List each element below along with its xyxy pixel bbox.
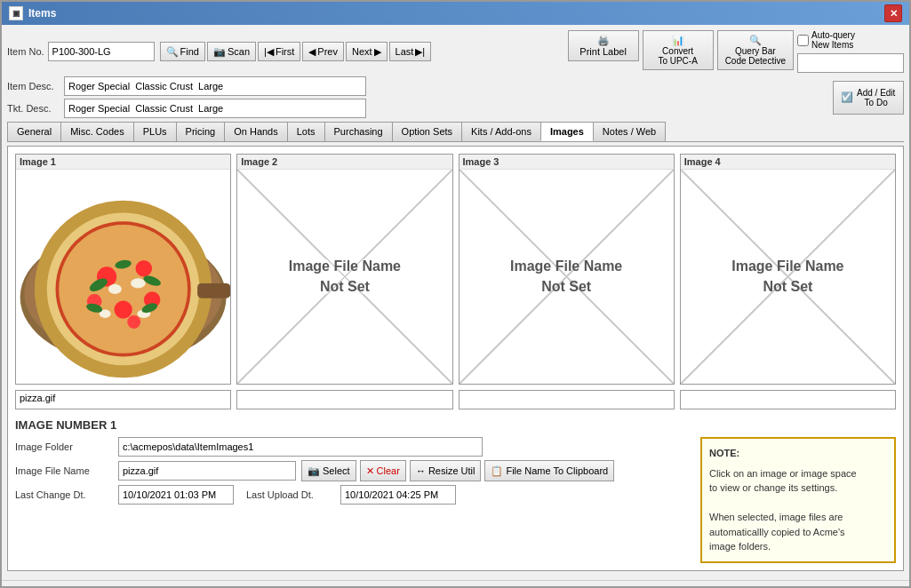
todo-icon: ☑️ <box>841 91 853 103</box>
print-label-button[interactable]: 🖨️ Print Label <box>568 30 639 61</box>
tab-kits-addons[interactable]: Kits / Add-ons <box>461 122 541 141</box>
prev-button[interactable]: ◀ Prev <box>302 42 344 61</box>
image-2-header: Image 2 <box>237 155 452 170</box>
image-4-header: Image 4 <box>681 155 895 170</box>
find-button[interactable]: 🔍 Find <box>160 42 205 61</box>
svg-point-13 <box>131 278 146 288</box>
bottom-section: Image Folder Image File Name 📷 Select <box>15 437 896 563</box>
last-change-label: Last Change Dt. <box>15 489 113 500</box>
item-no-input[interactable] <box>48 42 155 61</box>
desc-rows: Item Desc. Tkt. Desc. <box>7 76 822 118</box>
image-filename-row: pizza.gif <box>15 390 896 409</box>
image-1-body <box>16 170 230 384</box>
image-4-body: Image File NameNot Set <box>681 170 895 384</box>
image-slot-2[interactable]: Image 2 Image File NameNot Set <box>236 154 452 385</box>
last-upload-input[interactable] <box>340 485 456 505</box>
tab-misc-codes[interactable]: Misc. Codes <box>60 122 134 141</box>
image-3-filename <box>459 390 675 409</box>
image-grid: Image 1 <box>15 154 896 385</box>
autoquery-input[interactable] <box>797 53 904 73</box>
last-upload-label: Last Upload Dt. <box>246 489 335 500</box>
image-4-placeholder: Image File NameNot Set <box>681 170 895 384</box>
resize-icon: ↔ <box>416 465 426 476</box>
tab-on-hands[interactable]: On Hands <box>224 122 288 141</box>
tab-option-sets[interactable]: Option Sets <box>392 122 462 141</box>
image-2-filename <box>236 390 452 409</box>
tkt-desc-input[interactable] <box>64 99 366 118</box>
image-1-filename: pizza.gif <box>15 390 231 409</box>
footer-buttons: New Edit Undo Save Delete 🧭 Nav View <box>2 580 909 589</box>
first-button[interactable]: |◀ First <box>258 42 300 61</box>
window-title: Items <box>28 7 56 20</box>
note-content: Click on an image or image space to view… <box>709 466 887 554</box>
select-button[interactable]: 📷 Select <box>301 460 356 481</box>
images-tab-content: Image 1 <box>7 146 904 571</box>
autoquery-checkbox[interactable]: Auto-queryNew Items <box>797 30 904 50</box>
convert-upc-button[interactable]: 📊 ConvertTo UPC-A <box>643 30 714 70</box>
resize-button[interactable]: ↔ Resize Util <box>410 460 482 481</box>
find-icon: 🔍 <box>166 46 179 58</box>
barcode-icon: 🔍 <box>749 35 762 46</box>
tab-lots[interactable]: Lots <box>287 122 325 141</box>
title-bar: ▣ Items ✕ <box>2 2 909 25</box>
image-settings-area: Image Folder Image File Name 📷 Select <box>15 437 693 505</box>
item-no-field: Item No. <box>7 42 155 61</box>
image-2-placeholder: Image File NameNot Set <box>237 170 452 384</box>
close-button[interactable]: ✕ <box>884 4 902 22</box>
folder-input[interactable] <box>118 437 483 457</box>
svg-point-5 <box>59 225 188 354</box>
filename-input[interactable] <box>118 461 296 481</box>
filename-label: Image File Name <box>15 465 113 476</box>
camera-icon: 📷 <box>308 465 320 477</box>
scan-button[interactable]: 📷 Scan <box>207 42 256 61</box>
desc-area: Item Desc. Tkt. Desc. ☑️ Add / EditTo Do <box>7 76 904 118</box>
image-3-placeholder: Image File NameNot Set <box>459 170 674 384</box>
tab-plus[interactable]: PLUs <box>133 122 177 141</box>
query-barcode-button[interactable]: 🔍 Query BarCode Detective <box>717 30 794 70</box>
content-area: Item No. 🔍 Find 📷 Scan |◀ First ◀ <box>2 25 909 576</box>
image-buttons: 📷 Select ✕ Clear ↔ Resize Util <box>301 460 614 481</box>
image-3-body: Image File NameNot Set <box>459 170 674 384</box>
image-number-label: IMAGE NUMBER 1 <box>15 418 896 432</box>
next-button[interactable]: Next ▶ <box>346 42 388 61</box>
pizza-image <box>16 170 230 384</box>
clear-button[interactable]: ✕ Clear <box>360 460 406 481</box>
toolbar-row: Item No. 🔍 Find 📷 Scan |◀ First ◀ <box>7 30 904 73</box>
right-buttons-area: 🖨️ Print Label 📊 ConvertTo UPC-A 🔍 Query… <box>568 30 904 73</box>
folder-label: Image Folder <box>15 441 113 452</box>
tab-pricing[interactable]: Pricing <box>176 122 226 141</box>
last-button[interactable]: Last ▶| <box>389 42 432 61</box>
image-settings: Image Folder Image File Name 📷 Select <box>15 437 693 505</box>
main-window: ▣ Items ✕ Item No. 🔍 Find 📷 Scan <box>0 0 911 588</box>
note-title: NOTE: <box>709 446 887 461</box>
tab-images[interactable]: Images <box>540 122 594 141</box>
item-no-label: Item No. <box>7 46 44 57</box>
last-change-input[interactable] <box>118 485 234 505</box>
clipboard-icon: 📋 <box>491 465 503 477</box>
tkt-desc-label: Tkt. Desc. <box>7 103 60 114</box>
item-desc-input[interactable] <box>64 76 366 96</box>
image-4-filename <box>680 390 896 409</box>
tab-general[interactable]: General <box>7 122 61 141</box>
print-icon: 🖨️ <box>597 35 610 46</box>
tab-purchasing[interactable]: Purchasing <box>324 122 393 141</box>
window-icon: ▣ <box>9 6 23 20</box>
scan-icon: 📷 <box>213 46 226 58</box>
add-edit-button[interactable]: ☑️ Add / EditTo Do <box>833 81 904 115</box>
clipboard-button[interactable]: 📋 File Name To Clipboard <box>484 460 614 481</box>
convert-icon: 📊 <box>672 35 684 46</box>
clear-icon: ✕ <box>366 465 374 477</box>
svg-point-8 <box>114 300 132 318</box>
image-1-header: Image 1 <box>16 155 230 170</box>
image-slot-1[interactable]: Image 1 <box>15 154 231 385</box>
note-box: NOTE: Click on an image or image space t… <box>700 437 896 563</box>
item-desc-label: Item Desc. <box>7 81 60 91</box>
svg-point-7 <box>136 260 153 277</box>
image-slot-3[interactable]: Image 3 Image File NameNot Set <box>459 154 675 385</box>
svg-rect-21 <box>197 283 230 298</box>
tabs-row: General Misc. Codes PLUs Pricing On Hand… <box>7 122 904 142</box>
tab-notes-web[interactable]: Notes / Web <box>593 122 666 141</box>
autoquery-check[interactable] <box>797 35 809 46</box>
nav-buttons: 🔍 Find 📷 Scan |◀ First ◀ Prev Next ▶ <box>160 42 432 61</box>
image-slot-4[interactable]: Image 4 Image File NameNot Set <box>680 154 896 385</box>
